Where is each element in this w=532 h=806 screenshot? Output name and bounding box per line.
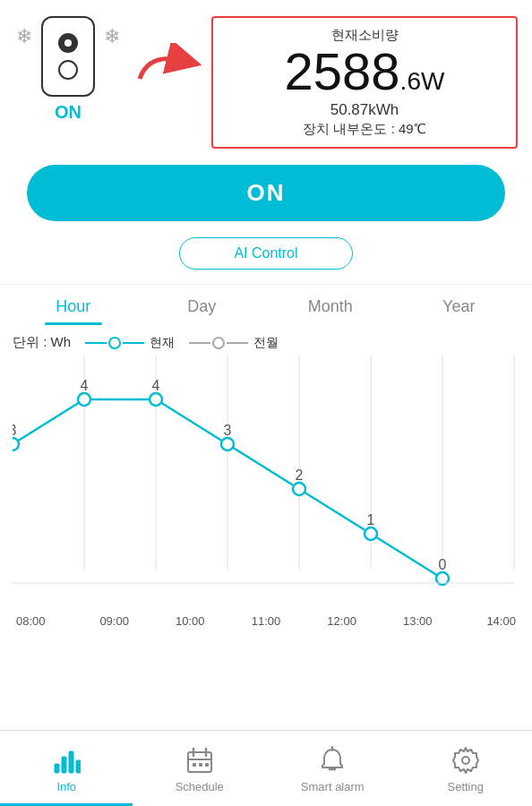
svg-rect-32 [199,763,202,767]
top-section: ❄ ❄ ON 현재소비량 [0,0,532,158]
legend-prev-line [189,342,210,344]
power-decimal-unit: .6W [400,67,445,96]
svg-text:2: 2 [296,467,304,483]
tabs-section: Hour Day Month Year [0,284,532,325]
tab-month[interactable]: Month [295,285,366,325]
svg-point-16 [78,393,90,406]
snowflake-right-icon: ❄ [104,25,120,48]
x-label-1: 09:00 [92,614,137,628]
svg-text:0: 0 [439,557,447,572]
schedule-icon [184,744,216,776]
nav-label-smart-alarm: Smart alarm [301,780,365,793]
legend-prev-dot [212,337,225,349]
ac-device-icon [41,16,95,97]
chart-legend: 단위 : Wh 현재 전월 [13,334,519,351]
svg-text:1: 1 [367,512,375,527]
chart-area: 단위 : Wh 현재 전월 [0,325,532,628]
info-icon [50,744,82,776]
svg-rect-27 [188,752,211,772]
svg-rect-25 [69,751,73,773]
svg-text:3: 3 [13,423,17,438]
nav-item-schedule[interactable]: Schedule [164,744,236,793]
svg-rect-24 [62,757,66,773]
legend-prev-line2 [227,342,248,344]
device-dot-top [58,33,78,53]
x-label-3: 11:00 [244,614,288,628]
snowflake-left-icon: ❄ [16,25,32,48]
unit-label: 단위 : Wh [13,334,71,351]
arrow-area [131,16,202,88]
nav-label-setting: Setting [448,780,484,793]
on-button-wrap: ON [0,158,532,230]
legend-current-dot [108,337,121,349]
power-big-number: 2588 [285,46,400,98]
tab-hour[interactable]: Hour [38,285,109,325]
ai-control-wrap: AI Control [0,230,532,284]
legend-prev-label: 전월 [253,335,279,351]
on-button[interactable]: ON [27,165,505,221]
svg-text:3: 3 [224,423,232,438]
nav-item-smart-alarm[interactable]: Smart alarm [296,744,368,793]
setting-icon [450,744,482,776]
power-unit-label: W [421,67,444,95]
svg-point-18 [221,438,234,450]
legend-prev: 전월 [189,335,279,351]
legend-current-label: 현재 [150,335,175,351]
tab-day[interactable]: Day [166,285,237,325]
kwh-line: 50.87kWh [229,101,500,119]
device-dot-bottom [58,60,78,80]
x-label-5: 13:00 [395,614,440,628]
svg-point-20 [365,527,377,540]
chart-svg: 3 4 4 3 2 1 0 [13,355,519,605]
legend-current-line2 [123,342,144,344]
nav-label-info: Info [56,780,76,793]
svg-text:4: 4 [152,378,160,393]
bottom-nav: Info Schedule Smart alarm [0,730,532,806]
chart-svg-wrap: 3 4 4 3 2 1 0 [13,355,519,609]
legend-current: 현재 [85,335,175,351]
svg-rect-26 [76,760,81,773]
svg-rect-23 [55,764,59,773]
x-label-4: 12:00 [320,614,365,628]
x-label-0: 08:00 [16,614,61,628]
ac-icon-wrapper: ❄ ❄ [41,16,95,97]
x-labels: 08:00 09:00 10:00 11:00 12:00 13:00 14:0… [13,614,519,628]
device-on-label: ON [55,102,82,123]
temp-line: 장치 내부온도 : 49℃ [229,121,500,138]
nav-item-info[interactable]: Info [30,744,102,793]
arrow-icon [131,43,202,88]
svg-point-19 [293,483,305,495]
svg-rect-31 [193,763,196,767]
alarm-icon [316,744,348,776]
nav-item-setting[interactable]: Setting [430,744,502,793]
ai-control-button[interactable]: AI Control [179,237,352,270]
x-label-2: 10:00 [167,614,212,628]
svg-rect-33 [205,763,209,767]
svg-point-36 [462,757,469,764]
x-label-6: 14:00 [471,614,516,628]
status-box: 현재소비량 2588 .6W 50.87kWh 장치 내부온도 : 49℃ [211,16,518,149]
device-icon-area: ❄ ❄ ON [14,16,122,123]
legend-current-line [85,342,107,344]
svg-text:4: 4 [81,378,89,393]
nav-label-schedule: Schedule [176,780,224,793]
svg-point-15 [13,438,19,450]
svg-point-17 [150,393,162,406]
power-value: 2588 .6W [229,46,500,98]
tab-year[interactable]: Year [423,285,494,325]
power-decimal: .6 [400,67,421,95]
